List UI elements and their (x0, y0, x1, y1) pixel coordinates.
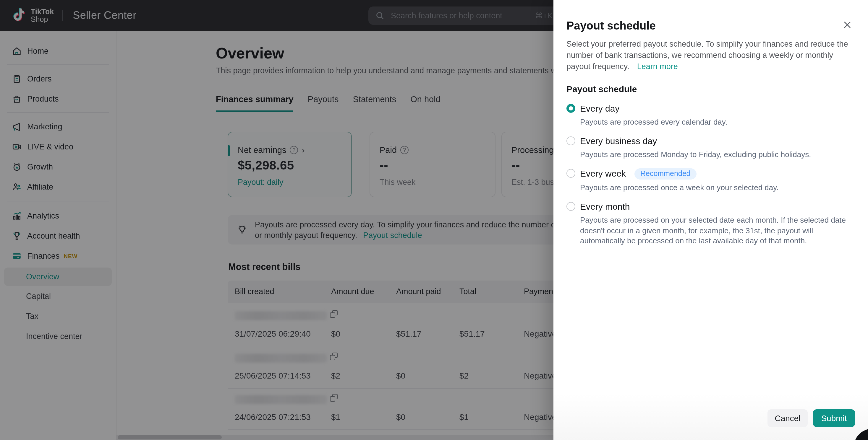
option-label: Every month (580, 201, 630, 211)
recommended-badge: Recommended (634, 168, 696, 179)
option-description: Payouts are processed every calendar day… (580, 117, 852, 127)
option-every-day[interactable]: Every day Payouts are processed every ca… (566, 103, 855, 127)
submit-button[interactable]: Submit (813, 409, 855, 427)
option-every-week[interactable]: Every week Recommended Payouts are proce… (566, 168, 855, 193)
option-description: Payouts are processed on your selected d… (580, 215, 852, 246)
cancel-button[interactable]: Cancel (768, 409, 808, 427)
option-every-business-day[interactable]: Every business day Payouts are processed… (566, 136, 855, 160)
option-every-month[interactable]: Every month Payouts are processed on you… (566, 201, 855, 246)
option-label: Every business day (580, 136, 657, 146)
option-description: Payouts are processed Monday to Friday, … (580, 149, 852, 160)
panel-title: Payout schedule (566, 20, 656, 32)
panel-description: Select your preferred payout schedule. T… (566, 38, 854, 72)
panel-section-title: Payout schedule (566, 84, 637, 94)
radio-unselected[interactable] (566, 202, 575, 211)
learn-more-link[interactable]: Learn more (637, 62, 678, 71)
option-description: Payouts are processed once a week on you… (580, 182, 852, 193)
app: TikTok Shop Seller Center ⌘+K Home O (0, 0, 868, 440)
option-label: Every week (580, 168, 626, 178)
payout-schedule-panel: Payout schedule Select your preferred pa… (553, 0, 868, 440)
radio-selected[interactable] (566, 104, 575, 113)
panel-description-text: Select your preferred payout schedule. T… (566, 40, 848, 71)
option-label: Every day (580, 103, 619, 113)
radio-unselected[interactable] (566, 169, 575, 178)
close-icon[interactable] (842, 20, 852, 30)
radio-unselected[interactable] (566, 136, 575, 145)
